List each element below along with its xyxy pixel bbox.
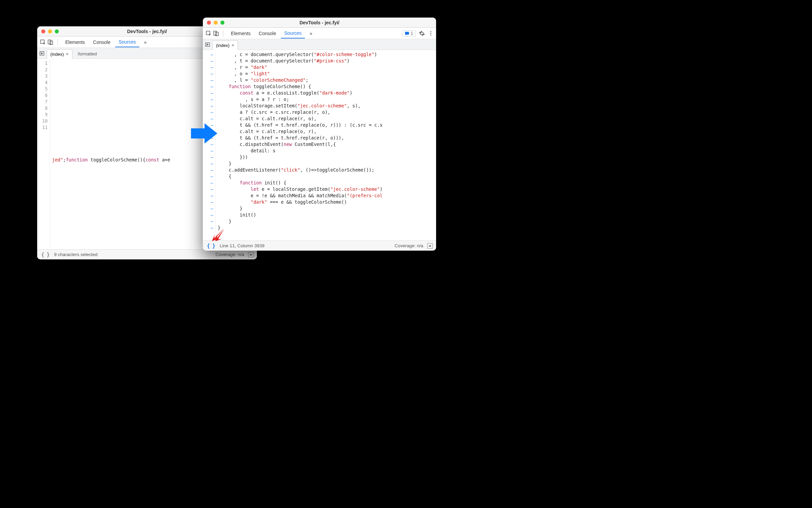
tab-console[interactable]: Console <box>90 37 114 47</box>
navigator-icon[interactable] <box>39 51 45 56</box>
gutter-line: 1 <box>38 60 48 67</box>
code-line[interactable]: localStorage.setItem("jec.color-scheme",… <box>218 103 434 109</box>
show-drawer-icon[interactable] <box>427 243 433 249</box>
gutter-dash: – <box>204 71 213 77</box>
code-line[interactable]: } <box>218 225 434 231</box>
gutter-dash: – <box>204 58 213 64</box>
status-coverage: Coverage: n/a <box>395 243 423 248</box>
tab-elements[interactable]: Elements <box>228 29 254 38</box>
maximize-icon[interactable] <box>220 21 224 25</box>
pretty-print-icon[interactable]: { } <box>206 243 216 249</box>
gutter-dash: – <box>204 83 213 90</box>
minimize-icon[interactable] <box>214 21 218 25</box>
code-line[interactable]: } <box>218 160 434 167</box>
gutter-dash: – <box>204 212 213 218</box>
code-line[interactable]: detail: s <box>218 148 434 154</box>
code-line[interactable]: c.addEventListener("click", ()=>toggleCo… <box>218 167 434 173</box>
gutter-line: 7 <box>38 99 48 105</box>
status-cursor: Line 11, Column 3939 <box>220 243 264 248</box>
close-tab-icon[interactable]: × <box>66 52 69 56</box>
svg-marker-10 <box>207 44 208 45</box>
device-icon[interactable] <box>213 30 219 36</box>
tab-overflow[interactable]: » <box>306 29 316 38</box>
gutter-dash: – <box>204 103 213 109</box>
main-toolbar: Elements Console Sources » 1 <box>203 28 436 39</box>
close-icon[interactable] <box>207 21 211 25</box>
code-line[interactable]: const a = e.classList.toggle("dark-mode"… <box>218 90 434 96</box>
code-line[interactable]: c.dispatchEvent(new CustomEvent(l,{ <box>218 141 434 148</box>
gutter-dash: – <box>204 186 213 193</box>
code-line[interactable]: , o = "light" <box>218 71 434 77</box>
code-line[interactable]: , l = "colorSchemeChanged"; <box>218 77 434 83</box>
code-content[interactable]: , c = document.querySelector("#color-sch… <box>216 50 436 240</box>
file-tab-index[interactable]: (index) × <box>212 41 238 50</box>
code-line[interactable]: function toggleColorScheme() { <box>218 83 434 90</box>
minimize-icon[interactable] <box>48 29 52 33</box>
code-line[interactable]: })) <box>218 154 434 160</box>
code-line[interactable]: , t = document.querySelector("#prism-css… <box>218 58 434 64</box>
show-drawer-icon[interactable] <box>248 252 254 257</box>
gutter-line: 8 <box>38 105 48 111</box>
gutter-dash: – <box>204 96 213 103</box>
code-line[interactable]: , r = "dark" <box>218 64 434 71</box>
gutter-line: 3 <box>38 73 48 79</box>
code-line[interactable]: c.alt = c.alt.replace(r, o), <box>218 116 434 122</box>
close-icon[interactable] <box>41 29 45 33</box>
code-line[interactable]: } <box>218 205 434 212</box>
code-line[interactable]: t && (t.href = t.href.replace(o, r))) : … <box>218 122 434 128</box>
separator <box>223 30 223 36</box>
file-tabs: (index) × <box>203 39 436 50</box>
svg-rect-1 <box>48 40 51 44</box>
code-line[interactable]: , c = document.querySelector("#color-sch… <box>218 51 434 58</box>
file-tab-index[interactable]: (index) × <box>47 49 72 59</box>
file-tab-formatted[interactable]: :formatted <box>74 49 100 59</box>
gutter-dash: – <box>204 109 213 116</box>
window-title: DevTools - jec.fyi/ <box>203 20 436 25</box>
status-coverage: Coverage: n/a <box>215 252 244 257</box>
code-line[interactable]: , s = a ? r : o; <box>218 96 434 103</box>
traffic-lights <box>41 29 59 33</box>
tab-console[interactable]: Console <box>255 29 279 38</box>
gutter-dash: – <box>204 180 213 186</box>
tab-overflow[interactable]: » <box>141 37 150 47</box>
navigator-icon[interactable] <box>205 42 210 47</box>
annotation-arrow-red <box>211 228 225 243</box>
close-tab-icon[interactable]: × <box>232 43 234 48</box>
code-line[interactable]: a ? (c.src = c.src.replace(r, o), <box>218 109 434 116</box>
device-icon[interactable] <box>47 39 53 45</box>
code-line[interactable]: { <box>218 173 434 180</box>
gutter-dash: – <box>204 77 213 83</box>
tab-elements[interactable]: Elements <box>62 37 88 47</box>
status-bar: { } Line 11, Column 3939 Coverage: n/a <box>203 240 436 251</box>
code-line[interactable]: let e = localStorage.getItem("jec.color-… <box>218 186 434 193</box>
svg-marker-11 <box>429 245 431 247</box>
code-line[interactable]: "dark" === e && toggleColorScheme() <box>218 199 434 205</box>
gutter-line: 2 <box>38 67 48 73</box>
tab-sources[interactable]: Sources <box>115 37 139 47</box>
gutter-dash: – <box>204 148 213 154</box>
code-line[interactable]: init() <box>218 212 434 218</box>
maximize-icon[interactable] <box>55 29 59 33</box>
inspect-icon[interactable] <box>206 30 212 36</box>
tab-sources[interactable]: Sources <box>281 28 305 39</box>
pretty-print-icon[interactable]: { } <box>41 252 50 258</box>
kebab-menu-icon[interactable] <box>428 31 433 35</box>
code-line[interactable]: t && (t.href = t.href.replace(r, o))), <box>218 135 434 141</box>
code-line[interactable]: } <box>218 218 434 225</box>
gutter-line: 10 <box>38 118 48 124</box>
svg-marker-13 <box>215 229 224 241</box>
code-line[interactable]: function init() { <box>218 180 434 186</box>
gutter-dash: – <box>204 218 213 225</box>
gear-icon[interactable] <box>417 30 427 36</box>
inspect-icon[interactable] <box>40 39 46 45</box>
issues-badge[interactable]: 1 <box>402 30 415 36</box>
code-line[interactable]: e = !e && matchMedia && matchMedia("(pre… <box>218 193 434 199</box>
gutter-line: 4 <box>38 79 48 86</box>
status-selection: 9 characters selected <box>54 252 97 257</box>
separator <box>57 39 58 45</box>
code-line[interactable]: c.alt = c.alt.replace(o, r), <box>218 128 434 135</box>
titlebar[interactable]: DevTools - jec.fyi/ <box>203 18 436 28</box>
file-tab-label: (index) <box>216 43 230 48</box>
code-editor-right[interactable]: –––––––––––––––––––––––––––– , c = docum… <box>203 50 436 240</box>
gutter-dash: – <box>204 193 213 199</box>
